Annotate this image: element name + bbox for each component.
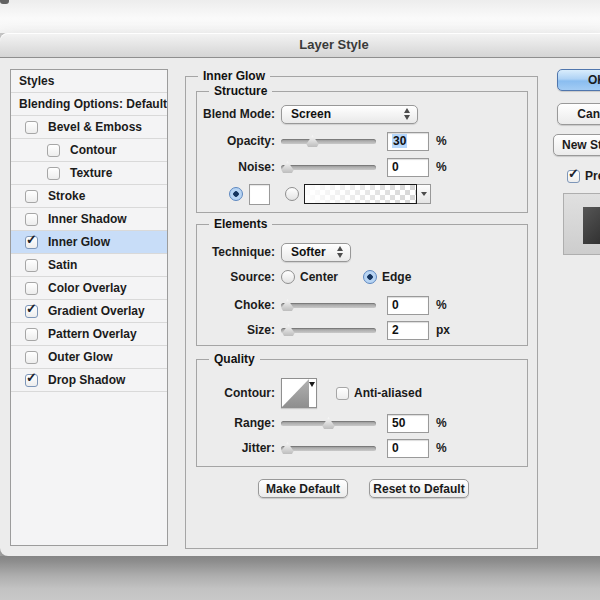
style-item-inner-shadow[interactable]: ✓Inner Shadow	[11, 208, 167, 231]
dialog-titlebar[interactable]: Layer Style	[0, 33, 600, 58]
item-checkbox[interactable]: ✓	[25, 259, 38, 272]
dialog-body: StylesBlending Options: Default✓Bevel & …	[0, 58, 600, 556]
style-item-drop-shadow[interactable]: ✓Drop Shadow	[11, 369, 167, 392]
item-checkbox[interactable]: ✓	[25, 282, 38, 295]
noise-label: Noise:	[203, 160, 275, 174]
style-item-gradient-overlay[interactable]: ✓Gradient Overlay	[11, 300, 167, 323]
screen: Layer Style StylesBlending Options: Defa…	[0, 0, 600, 600]
blend-mode-label: Blend Mode:	[203, 107, 275, 121]
style-item-bevel-emboss[interactable]: ✓Bevel & Emboss	[11, 116, 167, 139]
item-checkbox[interactable]: ✓	[47, 167, 60, 180]
style-item-blending-options-default[interactable]: Blending Options: Default	[11, 93, 167, 116]
item-label: Texture	[70, 162, 112, 184]
popup-stepper-icon	[337, 246, 343, 258]
choke-slider[interactable]	[281, 298, 376, 312]
item-label: Stroke	[48, 185, 85, 207]
jitter-row: Jitter: 0 %	[203, 438, 521, 458]
elements-group: Elements Technique: Softer Source: Cente…	[196, 224, 528, 346]
technique-label: Technique:	[203, 245, 275, 259]
range-slider[interactable]	[281, 416, 376, 430]
contour-picker[interactable]	[281, 378, 317, 408]
jitter-slider[interactable]	[281, 441, 376, 455]
contour-arrow-icon	[309, 382, 315, 387]
source-edge-radio[interactable]	[363, 270, 377, 284]
item-label: Bevel & Emboss	[48, 116, 142, 138]
item-label: Color Overlay	[48, 277, 127, 299]
item-checkbox[interactable]: ✓	[47, 144, 60, 157]
opacity-input[interactable]: 30	[387, 132, 429, 151]
preview-option: ✓ Preview	[567, 169, 600, 183]
new-style-button[interactable]: New Style...	[553, 134, 600, 156]
gradient-picker-arrow[interactable]	[417, 184, 431, 204]
style-item-color-overlay[interactable]: ✓Color Overlay	[11, 277, 167, 300]
range-input[interactable]: 50	[387, 414, 429, 433]
opacity-row: Opacity: 30 %	[203, 131, 521, 151]
source-center-radio[interactable]	[281, 270, 295, 284]
style-item-inner-glow[interactable]: ✓Inner Glow	[11, 231, 167, 254]
elements-title: Elements	[209, 217, 272, 232]
item-label: Drop Shadow	[48, 369, 125, 391]
reset-to-default-button[interactable]: Reset to Default	[369, 479, 469, 498]
noise-row: Noise: 0 %	[203, 157, 521, 177]
style-item-styles[interactable]: Styles	[11, 70, 167, 93]
gradient-fill-radio[interactable]	[285, 187, 299, 201]
item-checkbox[interactable]: ✓	[25, 374, 38, 387]
antialiased-checkbox[interactable]: ✓	[336, 387, 349, 400]
source-row: Source: Center Edge	[203, 267, 521, 287]
item-checkbox[interactable]: ✓	[25, 236, 38, 249]
item-label: Contour	[70, 139, 117, 161]
jitter-unit: %	[436, 441, 447, 455]
source-edge-label: Edge	[382, 270, 411, 284]
cancel-button[interactable]: Cancel	[557, 103, 600, 125]
dialog-title: Layer Style	[28, 37, 600, 52]
make-default-button[interactable]: Make Default	[258, 479, 348, 498]
item-label: Satin	[48, 254, 77, 276]
slider-track	[281, 139, 376, 144]
color-fill-radio[interactable]	[229, 187, 243, 201]
style-item-satin[interactable]: ✓Satin	[11, 254, 167, 277]
gradient-preview[interactable]	[304, 184, 417, 204]
inner-glow-panel: Inner Glow Structure Blend Mode: Screen …	[185, 76, 538, 549]
choke-input[interactable]: 0	[387, 296, 429, 315]
style-item-pattern-overlay[interactable]: ✓Pattern Overlay	[11, 323, 167, 346]
size-input[interactable]: 2	[387, 321, 429, 340]
opacity-slider[interactable]	[281, 134, 376, 148]
size-unit: px	[436, 323, 450, 337]
style-item-contour[interactable]: ✓Contour	[11, 139, 167, 162]
noise-slider[interactable]	[281, 160, 376, 174]
item-checkbox[interactable]: ✓	[25, 328, 38, 341]
item-checkbox[interactable]: ✓	[25, 351, 38, 364]
technique-value: Softer	[291, 245, 326, 259]
cropped-ui-fragment	[0, 0, 9, 4]
jitter-input[interactable]: 0	[387, 439, 429, 458]
blend-mode-value: Screen	[291, 107, 331, 121]
size-slider[interactable]	[281, 323, 376, 337]
blend-mode-select[interactable]: Screen	[281, 105, 418, 124]
jitter-label: Jitter:	[203, 441, 275, 455]
style-item-outer-glow[interactable]: ✓Outer Glow	[11, 346, 167, 369]
item-checkbox[interactable]: ✓	[25, 305, 38, 318]
item-checkbox[interactable]: ✓	[25, 190, 38, 203]
style-item-texture[interactable]: ✓Texture	[11, 162, 167, 185]
opacity-label: Opacity:	[203, 134, 275, 148]
item-label: Pattern Overlay	[48, 323, 137, 345]
quality-title: Quality	[209, 352, 260, 367]
glow-color-swatch[interactable]	[249, 184, 270, 205]
item-label: Gradient Overlay	[48, 300, 145, 322]
source-label: Source:	[203, 270, 275, 284]
item-label: Blending Options: Default	[19, 93, 167, 115]
noise-input[interactable]: 0	[387, 158, 429, 177]
contour-label: Contour:	[203, 386, 275, 400]
source-center-label: Center	[300, 270, 338, 284]
item-checkbox[interactable]: ✓	[25, 213, 38, 226]
technique-select[interactable]: Softer	[281, 243, 351, 262]
preview-label: Preview	[585, 169, 600, 183]
styles-list: StylesBlending Options: Default✓Bevel & …	[10, 69, 168, 546]
item-checkbox[interactable]: ✓	[25, 121, 38, 134]
style-preview-thumbnail	[563, 193, 600, 255]
ok-button[interactable]: OK	[557, 69, 600, 91]
noise-unit: %	[436, 160, 447, 174]
style-item-stroke[interactable]: ✓Stroke	[11, 185, 167, 208]
preview-checkbox[interactable]: ✓	[567, 170, 580, 183]
slider-track	[281, 165, 376, 170]
